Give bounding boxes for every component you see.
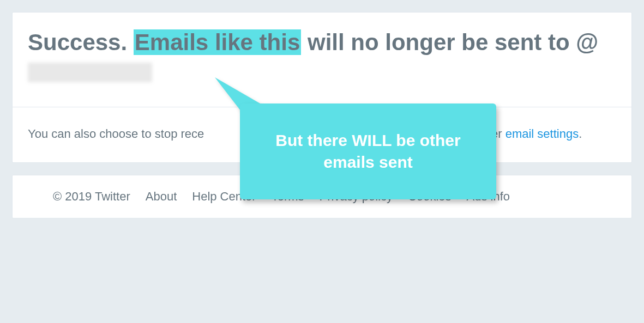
heading-mid: will no longer be sent to @ xyxy=(301,29,598,55)
heading-highlight: Emails like this xyxy=(134,29,301,55)
subtext-period: . xyxy=(579,127,582,141)
subtext-prefix: You can also choose to stop rece xyxy=(28,127,204,141)
annotation-callout: But there WILL be other emails sent xyxy=(240,103,496,199)
success-heading: Success. Emails like this will no longer… xyxy=(28,28,616,87)
email-settings-link[interactable]: email settings xyxy=(505,127,579,141)
heading-prefix: Success. xyxy=(28,29,134,55)
footer-copyright: © 2019 Twitter xyxy=(53,190,130,204)
redacted-username xyxy=(28,63,152,82)
callout-text: But there WILL be other emails sent xyxy=(251,130,485,174)
footer-about[interactable]: About xyxy=(146,190,177,204)
